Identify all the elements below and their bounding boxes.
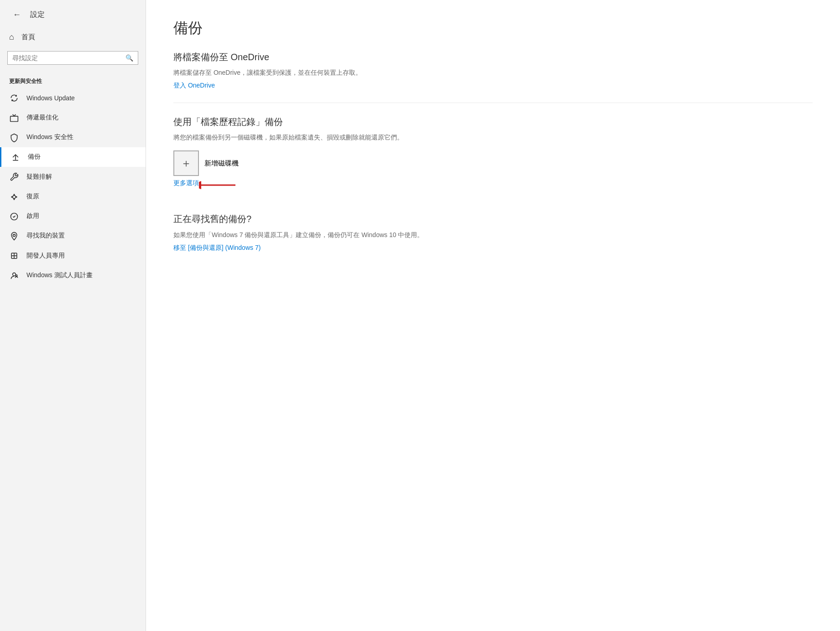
- add-drive-label: 新增磁碟機: [204, 159, 239, 168]
- sidebar-item-label: 傳遞最佳化: [26, 114, 58, 122]
- more-options-link[interactable]: 更多選項: [173, 179, 199, 187]
- section-label: 更新與安全性: [0, 72, 146, 88]
- main-content: 備份 將檔案備份至 OneDrive 將檔案儲存至 OneDrive，讓檔案受到…: [146, 0, 840, 631]
- onedrive-section-desc: 將檔案儲存至 OneDrive，讓檔案受到保護，並在任何裝置上存取。: [173, 68, 813, 78]
- svg-point-4: [14, 199, 15, 200]
- page-title: 備份: [173, 18, 813, 38]
- sidebar-item-recovery[interactable]: 復原: [0, 186, 146, 206]
- sidebar-item-developer[interactable]: 開發人員專用: [0, 246, 146, 265]
- sidebar-item-label: 尋找我的裝置: [26, 232, 65, 240]
- search-button[interactable]: 🔍: [125, 54, 133, 62]
- old-backup-section: 正在尋找舊的備份? 如果您使用「Windows 7 備份與還原工具」建立備份，備…: [173, 213, 813, 252]
- sidebar-item-troubleshoot[interactable]: 疑難排解: [0, 167, 146, 186]
- onedrive-section-title: 將檔案備份至 OneDrive: [173, 51, 813, 63]
- sidebar-item-label: 疑難排解: [26, 173, 52, 181]
- sidebar-header: ← 設定: [0, 0, 146, 27]
- red-arrow: [199, 176, 245, 194]
- search-box: 🔍: [7, 51, 138, 65]
- onedrive-login-link[interactable]: 登入 OneDrive: [173, 82, 215, 89]
- check-circle-icon: [9, 212, 19, 221]
- file-history-title: 使用「檔案歷程記錄」備份: [173, 116, 813, 128]
- update-icon: [9, 93, 19, 103]
- sidebar-item-delivery-optimization[interactable]: 傳遞最佳化: [0, 108, 146, 127]
- svg-point-15: [13, 273, 16, 276]
- home-icon: ⌂: [9, 32, 14, 42]
- svg-rect-0: [10, 116, 18, 121]
- sidebar: ← 設定 ⌂ 首頁 🔍 更新與安全性 Windows Update: [0, 0, 146, 631]
- home-nav-item[interactable]: ⌂ 首頁: [0, 27, 146, 47]
- svg-point-3: [14, 194, 15, 195]
- home-label: 首頁: [21, 33, 35, 41]
- plus-icon: ＋: [181, 156, 192, 171]
- svg-point-6: [16, 197, 17, 197]
- settings-title: 設定: [30, 10, 45, 20]
- sidebar-item-label: Windows 測試人員計畫: [26, 271, 93, 279]
- developer-icon: [9, 251, 19, 260]
- onedrive-section: 將檔案備份至 OneDrive 將檔案儲存至 OneDrive，讓檔案受到保護，…: [173, 51, 813, 90]
- divider-1: [173, 103, 813, 103]
- old-backup-desc: 如果您使用「Windows 7 備份與還原工具」建立備份，備份仍可在 Windo…: [173, 230, 813, 240]
- sidebar-item-backup[interactable]: 備份: [0, 147, 146, 167]
- sidebar-item-activation[interactable]: 啟用: [0, 207, 146, 226]
- add-drive-row: ＋ 新增磁碟機: [173, 150, 813, 176]
- search-input[interactable]: [12, 54, 122, 62]
- svg-point-5: [11, 197, 12, 197]
- svg-point-16: [16, 274, 17, 276]
- backup-icon: [10, 152, 21, 162]
- sidebar-item-label: 啟用: [26, 212, 39, 220]
- svg-point-2: [13, 195, 16, 198]
- sidebar-item-find-device[interactable]: 尋找我的裝置: [0, 226, 146, 246]
- delivery-icon: [9, 113, 19, 122]
- sidebar-item-label: Windows 安全性: [26, 133, 73, 141]
- wrench-icon: [9, 172, 19, 181]
- sidebar-item-label: Windows Update: [26, 94, 75, 102]
- sidebar-item-windows-update[interactable]: Windows Update: [0, 88, 146, 108]
- back-button[interactable]: ←: [9, 8, 25, 21]
- old-backup-title: 正在尋找舊的備份?: [173, 213, 813, 225]
- sidebar-item-insider[interactable]: Windows 測試人員計畫: [0, 265, 146, 285]
- sidebar-item-label: 備份: [28, 153, 41, 161]
- sidebar-item-windows-security[interactable]: Windows 安全性: [0, 128, 146, 147]
- file-history-desc: 將您的檔案備份到另一個磁碟機，如果原始檔案遺失、損毀或刪除就能還原它們。: [173, 133, 813, 142]
- sidebar-item-label: 開發人員專用: [26, 252, 65, 260]
- insider-icon: [9, 270, 19, 280]
- add-drive-button[interactable]: ＋: [173, 150, 199, 176]
- svg-point-8: [13, 234, 16, 237]
- old-backup-link[interactable]: 移至 [備份與還原] (Windows 7): [173, 244, 261, 251]
- shield-icon: [9, 133, 19, 142]
- sidebar-item-label: 復原: [26, 192, 39, 201]
- find-device-icon: [9, 231, 19, 241]
- recovery-icon: [9, 191, 19, 201]
- file-history-section: 使用「檔案歷程記錄」備份 將您的檔案備份到另一個磁碟機，如果原始檔案遺失、損毀或…: [173, 116, 813, 213]
